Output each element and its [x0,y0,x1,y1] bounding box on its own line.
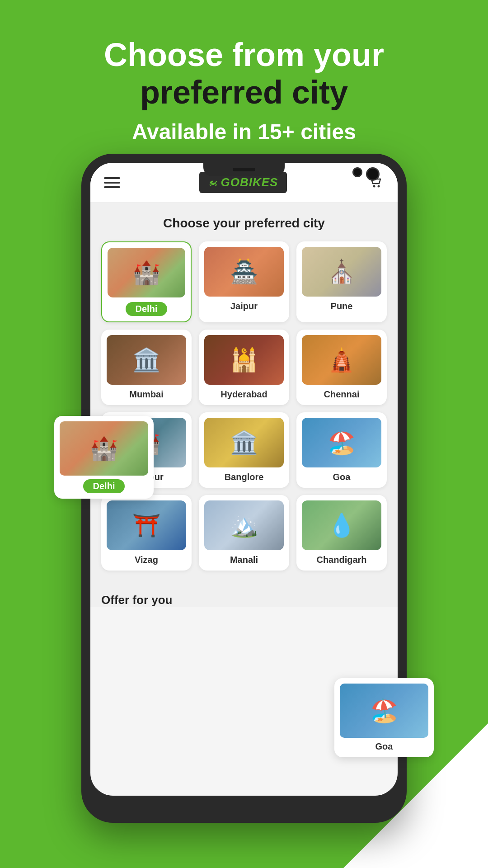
banglore-name: Banglore [225,472,264,482]
speaker-grille [233,168,255,171]
chennai-name: Chennai [324,389,360,399]
offer-section: Offer for you [90,584,398,607]
delhi-badge: Delhi [126,302,168,316]
city-card-vizag[interactable]: Vizag [101,495,192,571]
headline: Choose from your preferred city [0,36,488,111]
city-grid: Delhi Jaipur Pune Mumba [101,241,387,571]
logo-text: GOBIKES [221,175,278,189]
svg-point-0 [373,185,375,187]
phone-mockup: Delhi Goa 🏍 [81,154,407,823]
chennai-image [302,335,381,385]
manali-name: Manali [230,555,258,565]
city-card-goa[interactable]: Goa [296,412,387,488]
hyderabad-name: Hyderabad [221,389,267,399]
mumbai-image [107,335,186,385]
bike-icon: 🏍 [208,177,217,188]
hamburger-line-3 [104,186,120,188]
chandigarh-image [302,500,381,550]
pune-name: Pune [331,301,353,311]
camera-dot-1 [352,167,362,177]
delhi-overflow-image [60,421,148,476]
manali-image [204,500,284,550]
city-card-delhi[interactable]: Delhi [101,241,192,322]
subtitle: Available in 15+ cities [0,119,488,144]
delhi-image [108,248,185,297]
mumbai-name: Mumbai [129,389,164,399]
overflow-card-delhi[interactable]: Delhi [54,416,154,499]
goa-name: Goa [333,472,351,482]
city-card-hyderabad[interactable]: Hyderabad [199,330,289,405]
jaipur-name: Jaipur [230,301,258,311]
section-title: Choose your preferred city [101,216,387,231]
offer-title: Offer for you [101,593,387,607]
svg-point-1 [377,185,380,187]
goa-image [302,418,381,467]
vizag-name: Vizag [135,555,158,565]
city-card-pune[interactable]: Pune [296,241,387,322]
app-content: Choose your preferred city Delhi Jaipur [90,203,398,584]
goa-overflow-image [340,684,428,738]
header-section: Choose from your preferred city Availabl… [0,0,488,144]
camera-dot-2 [366,167,380,181]
city-card-manali[interactable]: Manali [199,495,289,571]
vizag-image [107,500,186,550]
pune-image [302,247,381,297]
menu-button[interactable] [104,177,120,188]
hyderabad-image [204,335,284,385]
delhi-active-badge: Delhi [83,479,125,493]
goa-overflow-name: Goa [340,741,428,752]
banglore-image [204,418,284,467]
phone-notch [203,163,285,176]
chandigarh-name: Chandigarh [316,555,366,565]
city-card-mumbai[interactable]: Mumbai [101,330,192,405]
front-cameras [352,167,380,181]
city-card-jaipur[interactable]: Jaipur [199,241,289,322]
jaipur-image [204,247,284,297]
city-card-chennai[interactable]: Chennai [296,330,387,405]
hamburger-line-2 [104,182,120,184]
hamburger-line-1 [104,177,120,179]
overflow-card-goa[interactable]: Goa [334,678,434,757]
city-card-chandigarh[interactable]: Chandigarh [296,495,387,571]
city-card-banglore[interactable]: Banglore [199,412,289,488]
